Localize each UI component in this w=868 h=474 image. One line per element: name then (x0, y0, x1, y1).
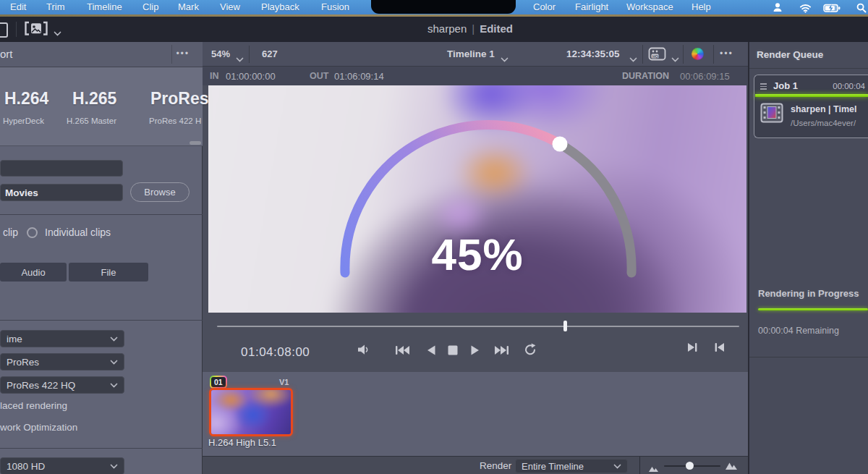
menu-color[interactable]: Color (533, 1, 556, 12)
timeline-selector[interactable]: Timeline 1 (447, 48, 495, 59)
chevron-down-icon (110, 383, 118, 388)
preset-subtitle: ProRes 422 H (149, 117, 201, 125)
menu-workspace[interactable]: Workspace (626, 1, 673, 12)
individual-clips-radio[interactable] (27, 227, 38, 238)
preset-subtitle: HyperDeck (3, 117, 44, 125)
stop-icon[interactable] (448, 345, 458, 358)
render-scope-value: Entire Timeline (522, 461, 584, 472)
menu-edit[interactable]: Edit (10, 1, 26, 12)
macbook-notch (371, 0, 516, 14)
browse-button[interactable]: Browse (130, 182, 190, 202)
codec-type-dropdown[interactable]: ProRes 422 HQ (0, 376, 124, 394)
tab-file[interactable]: File (69, 263, 148, 282)
drag-handle-icon[interactable] (760, 82, 767, 91)
loop-icon[interactable] (524, 343, 537, 358)
job-output-title: sharpen | Timel (791, 104, 857, 114)
render-label: Render (480, 460, 511, 471)
playhead-marker[interactable] (563, 321, 567, 331)
film-strip-icon (760, 103, 783, 126)
menu-mark[interactable]: Mark (178, 1, 199, 12)
zoom-out-mountain-icon[interactable] (648, 462, 659, 474)
job-name: Job 1 (773, 80, 798, 91)
menu-trim[interactable]: Trim (46, 1, 65, 12)
viewer-timecode[interactable]: 12:34:35:05 (566, 48, 620, 59)
format-dropdown[interactable]: ime (0, 330, 124, 347)
preset-title: ProRes (150, 89, 209, 109)
divider (642, 45, 643, 64)
codec-dropdown-value: ProRes (7, 357, 39, 368)
jump-to-next-icon[interactable] (687, 342, 698, 355)
project-name: sharpen (427, 22, 467, 35)
codec-quality-icon[interactable]: HQ (648, 47, 667, 64)
preset-scrollbar[interactable] (190, 141, 201, 145)
video-viewer[interactable]: 45% (208, 85, 746, 313)
codec-dropdown[interactable]: ProRes (0, 353, 124, 371)
timeline-zoom-knob[interactable] (686, 462, 694, 470)
clip-codec-label: H.264 High L5.1 (208, 437, 276, 448)
zoom-in-mountain-icon[interactable] (725, 460, 738, 473)
play-reverse-icon[interactable] (427, 345, 435, 358)
menu-timeline[interactable]: Timeline (87, 1, 122, 12)
divider (0, 320, 203, 321)
divider (713, 45, 714, 64)
skip-to-end-icon[interactable] (494, 345, 509, 358)
out-label: OUT (310, 71, 328, 81)
network-optimization-label: work Optimization (0, 422, 77, 433)
viewer-options-icon[interactable]: ••• (720, 48, 733, 59)
tab-audio[interactable]: Audio (0, 263, 67, 282)
single-clip-label: clip (3, 227, 18, 238)
title-separator: | (472, 22, 475, 35)
user-icon[interactable] (773, 2, 783, 15)
duration-label: DURATION (622, 71, 669, 81)
chevron-down-icon[interactable] (501, 52, 509, 65)
interlaced-rendering-label: laced rendering (0, 400, 67, 411)
window-title: sharpen|Edited (0, 22, 868, 35)
resolution-dropdown[interactable]: 1080 HD (0, 457, 124, 474)
skip-to-start-icon[interactable] (395, 345, 410, 358)
panel-options-icon[interactable]: ••• (176, 48, 190, 59)
speaker-icon[interactable] (357, 344, 371, 358)
viewer-zoom-value[interactable]: 54% (211, 48, 230, 59)
divider (639, 457, 640, 474)
chevron-down-icon (613, 464, 621, 469)
frame-counter: 627 (262, 48, 278, 59)
render-presets-strip: H.264 HyperDeck H.265 H.265 Master ProRe… (0, 67, 203, 146)
menu-help[interactable]: Help (692, 1, 711, 12)
render-settings-header: ort ••• (0, 42, 203, 67)
viewer-scrubber[interactable] (217, 326, 739, 327)
track-label-v1: V1 (279, 378, 289, 386)
davinci-resolve-deliver-screen: Edit Trim Timeline Clip Mark View Playba… (0, 0, 868, 474)
render-queue-panel: Render Queue Job 1 00:00:04 (749, 42, 868, 474)
render-job-card[interactable]: Job 1 00:00:04 sharpen | Timel /User (754, 75, 868, 138)
preset-title: H.265 (72, 89, 116, 109)
menu-playback[interactable]: Playback (261, 1, 299, 12)
timeline-clip[interactable] (209, 388, 293, 436)
in-label: IN (210, 71, 219, 81)
render-scope-dropdown[interactable]: Entire Timeline (515, 459, 628, 473)
format-dropdown-value: ime (7, 334, 22, 344)
chevron-down-icon[interactable] (629, 52, 637, 65)
divider (0, 214, 203, 215)
duration-value: 00:06:09:15 (680, 71, 730, 82)
progress-dot (553, 137, 568, 152)
rendering-progress-line (758, 308, 868, 310)
menu-clip[interactable]: Clip (142, 1, 158, 12)
render-bottom-bar: Render Entire Timeline (203, 456, 749, 474)
job-time: 00:00:04 (833, 82, 865, 90)
time-remaining-text: 00:00:04 Remaining (758, 326, 839, 336)
play-icon[interactable] (471, 345, 480, 358)
menu-fairlight[interactable]: Fairlight (575, 1, 608, 12)
chevron-down-icon[interactable] (236, 52, 244, 65)
menu-view[interactable]: View (220, 1, 240, 12)
chevron-down-icon[interactable] (671, 52, 679, 65)
jump-to-prev-icon[interactable] (714, 342, 725, 355)
menu-fusion[interactable]: Fusion (321, 1, 349, 12)
color-management-icon[interactable] (692, 48, 704, 60)
playhead-timecode[interactable]: 01:04:08:00 (241, 345, 310, 360)
chevron-down-icon (110, 337, 118, 342)
filename-input[interactable] (0, 160, 123, 177)
timeline-track-area[interactable]: 01 V1 H.264 High L5.1 (203, 372, 749, 456)
location-input[interactable]: Movies (0, 184, 123, 201)
preset-subtitle: H.265 Master (67, 117, 116, 125)
rendering-status-text: Rendering in Progress (758, 288, 859, 299)
